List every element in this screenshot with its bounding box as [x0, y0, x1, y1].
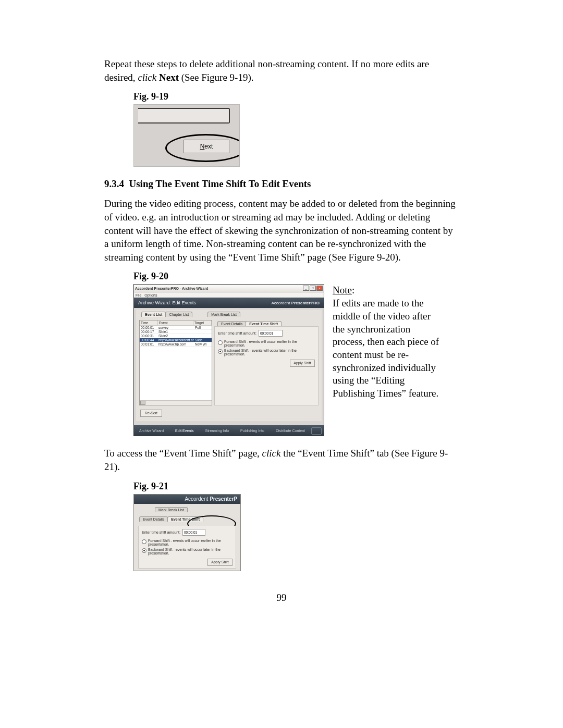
apply-shift-button[interactable]: Apply Shift	[207, 559, 232, 566]
radio-label: Backward Shift - events will occur later…	[224, 349, 315, 356]
sub-tabs: Event Details Event Time Shift	[217, 321, 319, 326]
radio-backward-shift[interactable]: Backward Shift - events will occur later…	[218, 349, 315, 356]
apply-shift-button[interactable]: Apply Shift	[290, 360, 315, 367]
section-title: Using The Event Time Shift To Edit Event…	[129, 178, 311, 189]
tab-mark-break-list[interactable]: Mark Break List	[155, 507, 188, 512]
tab-event-details[interactable]: Event Details	[217, 321, 246, 326]
wizard-banner: Archive Wizard: Edit Events Accordent Pr…	[134, 298, 324, 308]
footer-step[interactable]: Streaming Info	[205, 429, 229, 433]
banner-brand: Accordent PresenterPRO	[272, 301, 320, 305]
h-scrollbar[interactable]	[140, 400, 212, 405]
col-time[interactable]: Time	[140, 320, 158, 325]
text: :	[352, 285, 354, 295]
figure-9-19: Next	[133, 104, 240, 167]
note-body: If edits are made to the middle of the v…	[333, 298, 439, 399]
table-row[interactable]: 00:00:01surveyPoll	[140, 326, 212, 330]
text-italic: click	[262, 448, 281, 459]
radio-label: Forward Shift - events will occur earlie…	[148, 539, 232, 546]
menubar: File Options	[134, 292, 324, 298]
table-row[interactable]: 00:00:31Slide2	[140, 334, 212, 338]
footer-step[interactable]: Publishing Info	[240, 429, 264, 433]
time-shift-panel: Enter time shift amount: Forward Shift -…	[214, 326, 319, 405]
caption-fig-9-21: Fig. 9-21	[133, 481, 459, 492]
text-italic: click	[138, 72, 156, 83]
minimize-icon[interactable]: _	[303, 286, 309, 291]
label: ext	[204, 143, 213, 150]
radio-icon	[142, 548, 146, 553]
time-shift-panel: Enter time shift amount: Forward Shift -…	[138, 526, 236, 569]
shift-amount-label: Enter time shift amount:	[218, 331, 256, 335]
table-row[interactable]: 00:00:44http://www.accordent.comSlide	[140, 338, 212, 342]
para-repeat-steps: Repeat these steps to delete additional …	[104, 57, 459, 84]
brand-logo-icon	[311, 427, 322, 435]
window-title: Accordent PresenterPRO - Archive Wizard	[135, 287, 209, 290]
tab-mark-break-list[interactable]: Mark Break List	[207, 312, 240, 317]
side-note: Note: If edits are made to the middle of…	[333, 284, 439, 400]
tab-event-time-shift[interactable]: Event Time Shift	[246, 321, 282, 326]
shift-amount-label: Enter time shift amount:	[142, 530, 180, 534]
resort-button[interactable]: Re-Sort	[140, 410, 162, 417]
radio-backward-shift[interactable]: Backward Shift - events will occur later…	[142, 548, 232, 555]
radio-forward-shift[interactable]: Forward Shift - events will occur earlie…	[218, 340, 315, 347]
window-titlebar: Accordent PresenterPRO - Archive Wizard …	[134, 285, 324, 292]
radio-icon	[218, 349, 223, 354]
radio-label: Forward Shift - events will occur earlie…	[224, 340, 315, 347]
figure-9-20: Accordent PresenterPRO - Archive Wizard …	[133, 284, 324, 436]
ui-strip	[138, 108, 230, 124]
next-button[interactable]: Next	[183, 140, 229, 153]
menu-options[interactable]: Options	[144, 293, 157, 297]
footer-step[interactable]: Distribute Content	[276, 429, 305, 433]
shift-amount-input[interactable]	[182, 529, 205, 536]
tab-chapter-list[interactable]: Chapter List	[165, 312, 192, 317]
event-list[interactable]: Time Event Target 00:00:01surveyPoll 00:…	[139, 320, 212, 405]
footer-step[interactable]: Archive Wizard	[139, 429, 164, 433]
footer-step[interactable]: Edit Events	[175, 429, 193, 433]
caption-fig-9-19: Fig. 9-19	[133, 91, 459, 102]
para-to-access: To access the “Event Time Shift” page, c…	[104, 447, 459, 473]
col-target[interactable]: Target	[193, 320, 212, 325]
radio-label: Backward Shift - events will occur later…	[148, 548, 232, 555]
radio-icon	[142, 539, 146, 544]
section-number: 9.3.4	[104, 178, 124, 189]
banner: Accordent PresenterP	[134, 495, 240, 504]
text: (See Figure 9-19).	[179, 72, 254, 83]
note-heading: Note	[333, 285, 352, 295]
wizard-footer: Archive Wizard Edit Events Streaming Inf…	[134, 425, 324, 436]
text-bold: Next	[159, 72, 179, 83]
top-tabs: Event List Chapter List Mark Break List	[141, 312, 322, 317]
menu-file[interactable]: File	[136, 293, 141, 297]
text: To access the “Event Time Shift” page,	[104, 448, 262, 459]
tab-event-list[interactable]: Event List	[141, 312, 166, 317]
page-number: 99	[104, 592, 459, 603]
maximize-icon[interactable]: □	[310, 286, 316, 291]
figure-9-21: Accordent PresenterP Mark Break List Eve…	[133, 494, 241, 571]
banner-left: Archive Wizard: Edit Events	[138, 300, 196, 305]
table-row[interactable]: 00:01:01http://www.hp.comNew Wi	[140, 342, 212, 347]
close-icon[interactable]: ×	[316, 286, 323, 291]
section-heading: 9.3.4 Using The Event Time Shift To Edit…	[104, 178, 459, 190]
table-row[interactable]: 00:00:17Slide1	[140, 330, 212, 334]
shift-amount-input[interactable]	[259, 330, 283, 337]
para-during-video: During the video editing process, conten…	[104, 197, 459, 264]
radio-icon	[218, 340, 223, 345]
tab-event-details[interactable]: Event Details	[139, 516, 168, 522]
caption-fig-9-20: Fig. 9-20	[133, 271, 459, 282]
radio-forward-shift[interactable]: Forward Shift - events will occur earlie…	[142, 539, 232, 546]
col-event[interactable]: Event	[158, 320, 193, 325]
